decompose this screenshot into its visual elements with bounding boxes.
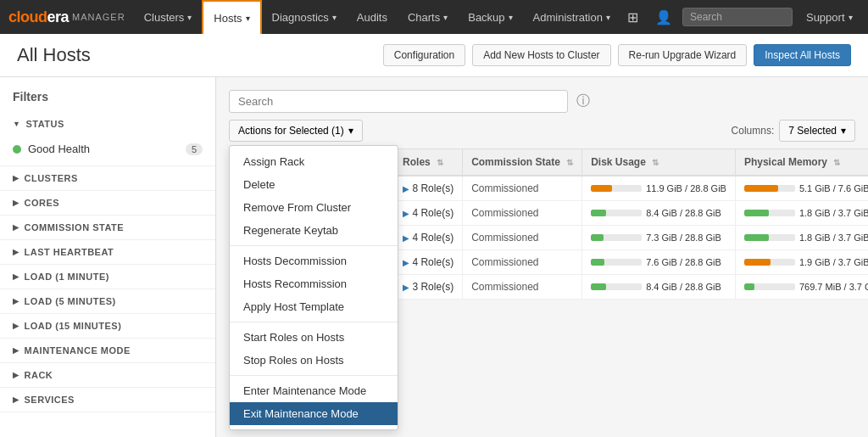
menu-hosts-decommission[interactable]: Hosts Decommission	[230, 249, 398, 272]
nav-administration[interactable]: Administration ▾	[523, 0, 620, 34]
nav-support[interactable]: Support ▾	[796, 0, 863, 34]
good-health-count: 5	[186, 143, 203, 155]
col-roles: Roles ⇅	[394, 149, 463, 176]
global-search-input[interactable]	[682, 8, 793, 26]
chevron-down-icon: ▾	[443, 13, 448, 22]
nav-grid-icon[interactable]: ⊞	[620, 0, 645, 34]
row-memory-2: 1.8 GiB / 3.7 GiB	[735, 226, 868, 250]
filter-section-load15: ▶ LOAD (15 MINUTES)	[0, 314, 215, 339]
nav-audits[interactable]: Audits	[347, 0, 398, 34]
filter-header-heartbeat[interactable]: ▶ LAST HEARTBEAT	[0, 240, 215, 264]
chevron-right-icon: ▶	[13, 346, 19, 355]
nav-right-section: ⊞ 👤 Support ▾ admin ▾	[620, 0, 868, 34]
filter-header-load15[interactable]: ▶ LOAD (15 MINUTES)	[0, 314, 215, 338]
filter-section-rack: ▶ RACK	[0, 363, 215, 388]
col-memory: Physical Memory ⇅	[735, 149, 868, 176]
menu-divider-2	[230, 322, 398, 322]
filter-header-maintenance[interactable]: ▶ MAINTENANCE MODE	[0, 339, 215, 362]
nav-hosts[interactable]: Hosts ▾	[202, 0, 261, 34]
chevron-down-icon: ▼	[13, 120, 20, 128]
chevron-down-icon: ▾	[606, 13, 610, 22]
filter-section-status: ▼ STATUS Good Health 5	[0, 112, 215, 166]
chevron-down-icon: ▾	[187, 13, 192, 22]
actions-for-selected-button[interactable]: Actions for Selected (1) ▾	[229, 120, 363, 142]
filter-header-load5[interactable]: ▶ LOAD (5 MINUTES)	[0, 289, 215, 313]
menu-regenerate-keytab[interactable]: Regenerate Keytab	[230, 219, 398, 242]
filter-header-rack[interactable]: ▶ RACK	[0, 363, 215, 387]
menu-exit-maintenance[interactable]: Exit Maintenance Mode	[230, 402, 398, 425]
rerun-wizard-button[interactable]: Re-run Upgrade Wizard	[618, 44, 748, 66]
chevron-right-icon: ▶	[13, 223, 19, 232]
menu-apply-host-template[interactable]: Apply Host Template	[230, 295, 398, 318]
filter-header-cores[interactable]: ▶ CORES	[0, 191, 215, 215]
right-content: ⓘ Actions for Selected (1) ▾ Assign Rack…	[216, 77, 868, 437]
columns-selector: Columns: 7 Selected ▾	[732, 120, 855, 142]
chevron-down-icon: ▾	[509, 13, 513, 22]
filter-header-commission[interactable]: ▶ COMMISSION STATE	[0, 216, 215, 239]
chevron-right-icon: ▶	[13, 248, 19, 256]
chevron-down-icon: ▾	[332, 13, 337, 22]
row-roles-0: ▶ 8 Role(s)	[394, 176, 463, 201]
nav-user-icon[interactable]: 👤	[648, 0, 679, 34]
row-commission-3: Commissioned	[463, 250, 582, 275]
configuration-button[interactable]: Configuration	[383, 44, 465, 66]
columns-dropdown-button[interactable]: 7 Selected ▾	[779, 120, 855, 142]
menu-divider-3	[230, 375, 398, 376]
menu-assign-rack[interactable]: Assign Rack	[230, 150, 398, 173]
brand-logo: cloudera MANAGER	[8, 8, 125, 26]
menu-stop-roles[interactable]: Stop Roles on Hosts	[230, 349, 398, 372]
brand-name: cloudera	[8, 8, 69, 26]
chevron-down-icon: ▾	[849, 13, 853, 22]
add-hosts-button[interactable]: Add New Hosts to Cluster	[472, 44, 610, 66]
actions-toolbar: Actions for Selected (1) ▾ Assign Rack D…	[229, 120, 855, 142]
menu-enter-maintenance[interactable]: Enter Maintenance Mode	[230, 379, 398, 402]
row-disk-1: 8.4 GiB / 28.8 GiB	[582, 201, 736, 226]
row-roles-3: ▶ 4 Role(s)	[394, 250, 463, 275]
filter-section-commission: ▶ COMMISSION STATE	[0, 216, 215, 240]
filter-item-good-health[interactable]: Good Health 5	[0, 139, 215, 159]
chevron-right-icon: ▶	[13, 272, 19, 281]
menu-remove-from-cluster[interactable]: Remove From Cluster	[230, 196, 398, 219]
brand-manager: MANAGER	[72, 12, 125, 22]
row-commission-0: Commissioned	[463, 176, 582, 201]
page-header: All Hosts Configuration Add New Hosts to…	[0, 34, 868, 77]
filter-content-status: Good Health 5	[0, 136, 215, 165]
row-commission-4: Commissioned	[463, 275, 582, 300]
chevron-right-icon: ▶	[13, 322, 19, 330]
row-roles-1: ▶ 4 Role(s)	[394, 201, 463, 226]
filter-section-maintenance: ▶ MAINTENANCE MODE	[0, 339, 215, 363]
nav-backup[interactable]: Backup ▾	[458, 0, 522, 34]
row-commission-1: Commissioned	[463, 201, 582, 226]
chevron-right-icon: ▶	[13, 395, 19, 404]
sidebar-title: Filters	[0, 90, 215, 112]
filter-header-services[interactable]: ▶ SERVICES	[0, 388, 215, 412]
row-disk-4: 8.4 GiB / 28.8 GiB	[582, 275, 736, 300]
nav-clusters[interactable]: Clusters ▾	[134, 0, 203, 34]
nav-diagnostics[interactable]: Diagnostics ▾	[262, 0, 347, 34]
filter-section-load1: ▶ LOAD (1 MINUTE)	[0, 265, 215, 289]
filter-section-heartbeat: ▶ LAST HEARTBEAT	[0, 240, 215, 265]
row-disk-2: 7.3 GiB / 28.8 GiB	[582, 226, 736, 250]
filter-header-load1[interactable]: ▶ LOAD (1 MINUTE)	[0, 265, 215, 289]
actions-dropdown-menu: Assign Rack Delete Remove From Cluster R…	[229, 145, 398, 430]
menu-start-roles[interactable]: Start Roles on Hosts	[230, 326, 398, 349]
help-icon[interactable]: ⓘ	[576, 92, 590, 110]
inspect-all-hosts-button[interactable]: Inspect All Hosts	[754, 44, 851, 66]
hosts-search-input[interactable]	[229, 90, 568, 113]
menu-hosts-recommission[interactable]: Hosts Recommission	[230, 272, 398, 295]
row-memory-4: 769.7 MiB / 3.7 GiB	[735, 275, 868, 300]
nav-charts[interactable]: Charts ▾	[398, 0, 458, 34]
chevron-right-icon: ▶	[13, 174, 19, 182]
filter-header-status[interactable]: ▼ STATUS	[0, 112, 215, 136]
row-memory-1: 1.8 GiB / 3.7 GiB	[735, 201, 868, 226]
menu-delete[interactable]: Delete	[230, 173, 398, 196]
filter-header-clusters[interactable]: ▶ CLUSTERS	[0, 166, 215, 190]
chevron-right-icon: ▶	[13, 297, 19, 305]
row-commission-2: Commissioned	[463, 226, 582, 250]
row-memory-3: 1.9 GiB / 3.7 GiB	[735, 250, 868, 275]
chevron-down-icon: ▾	[246, 14, 250, 23]
sidebar: Filters ▼ STATUS Good Health 5 ▶	[0, 77, 216, 437]
col-disk: Disk Usage ⇅	[582, 149, 736, 176]
chevron-right-icon: ▶	[13, 371, 19, 379]
filter-section-services: ▶ SERVICES	[0, 388, 215, 412]
